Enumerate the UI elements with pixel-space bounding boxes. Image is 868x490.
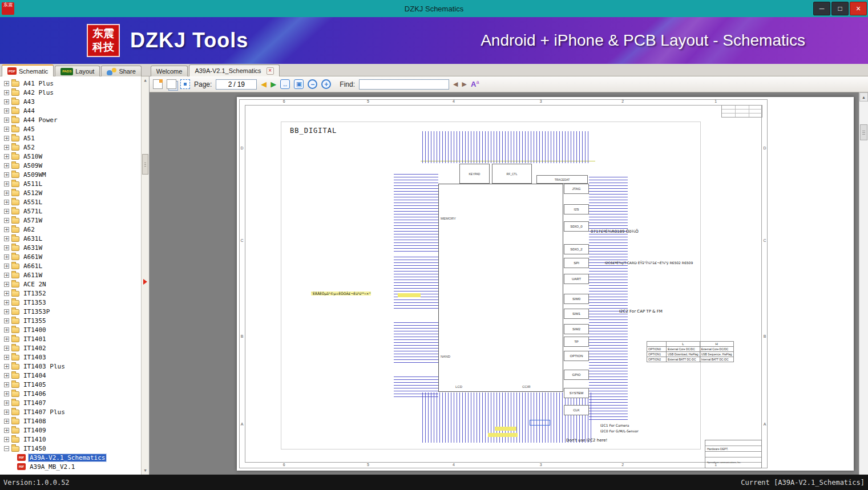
tree-folder-row[interactable]: + IT1406 [0,389,149,398]
expand-toggle-icon[interactable]: + [4,364,9,369]
tree-folder-row[interactable]: + IT1408 [0,416,149,426]
close-button[interactable]: × [850,2,867,15]
tree-folder-row[interactable]: + A42 Plus [0,88,149,97]
sidebar-scrollbar-thumb[interactable] [142,154,148,175]
expand-toggle-icon[interactable]: + [4,163,9,168]
tree-folder-row[interactable]: + A631L [0,234,149,243]
tree-folder-row[interactable]: + A509WM [0,170,149,179]
expand-toggle-icon[interactable]: + [4,309,9,314]
tree-folder-row[interactable]: + A661W [0,252,149,261]
tree-folder-row[interactable]: + IT1405 [0,380,149,389]
tree-folder-row[interactable]: + A44 [0,106,149,115]
tree-folder-row[interactable]: + A45 [0,124,149,133]
tab-layout[interactable]: PADS Layout [55,66,100,76]
font-size-icon[interactable]: Aa [471,79,479,88]
expand-toggle-icon[interactable]: + [4,391,9,396]
fit-page-button[interactable]: ▣ [294,79,304,89]
previous-page-button[interactable]: ◀ [261,80,267,88]
tree-folder-row[interactable]: + A509W [0,161,149,170]
expand-toggle-icon[interactable]: + [4,136,9,141]
expand-toggle-icon[interactable]: − [4,446,9,451]
expand-toggle-icon[interactable]: + [4,81,9,86]
tree-folder-row[interactable]: − IT1450 [0,444,149,453]
expand-toggle-icon[interactable]: + [4,181,9,187]
scroll-up-icon[interactable]: ▲ [142,76,149,84]
page-number-input[interactable]: 2 / 19 [216,79,257,90]
expand-toggle-icon[interactable]: + [4,346,9,351]
expand-toggle-icon[interactable]: + [4,218,9,223]
expand-toggle-icon[interactable]: + [4,254,9,260]
expand-toggle-icon[interactable]: + [4,437,9,442]
expand-toggle-icon[interactable]: + [4,245,9,250]
expand-toggle-icon[interactable]: + [4,236,9,241]
tree-folder-row[interactable]: + IT1353P [0,307,149,316]
tree-folder-row[interactable]: + IT1400 [0,325,149,334]
expand-toggle-icon[interactable]: + [4,373,9,378]
expand-toggle-icon[interactable]: + [4,118,9,123]
tree-folder-row[interactable]: + A43 [0,97,149,106]
expand-toggle-icon[interactable]: + [4,264,9,269]
tree-folder-row[interactable]: + A510W [0,152,149,161]
expand-toggle-icon[interactable]: + [4,200,9,205]
expand-toggle-icon[interactable]: + [4,127,9,132]
tree-folder-row[interactable]: + A62 [0,225,149,234]
expand-toggle-icon[interactable]: + [4,355,9,360]
tree-folder-row[interactable]: + A512W [0,188,149,197]
tree-folder-row[interactable]: + IT1407 Plus [0,407,149,416]
expand-toggle-icon[interactable]: + [4,410,9,415]
tree-folder-row[interactable]: + IT1404 [0,371,149,380]
expand-toggle-icon[interactable]: + [4,419,9,424]
document-viewport[interactable]: 654321 654321 DCBA DCBA BB_DIGITAL KEYPA… [150,92,868,475]
expand-toggle-icon[interactable]: + [4,209,9,214]
scroll-down-icon[interactable]: ▼ [142,467,149,475]
find-input[interactable] [359,79,449,90]
tree-folder-row[interactable]: + IT1352 [0,289,149,298]
tree-folder-row[interactable]: + IT1407 [0,398,149,407]
next-page-button[interactable]: ▶ [271,80,276,88]
sidebar-scrollbar[interactable]: ▲ ▼ [141,76,149,475]
expand-toggle-icon[interactable]: + [4,108,9,114]
tree-folder-row[interactable]: + IT1401 [0,334,149,343]
tree-folder-row[interactable]: + ACE 2N [0,280,149,289]
expand-toggle-icon[interactable]: + [4,300,9,305]
maximize-button[interactable]: □ [831,2,849,15]
document-scrollbar[interactable]: ▲ [859,92,868,475]
snapshot-icon[interactable] [180,79,190,89]
expand-toggle-icon[interactable]: + [4,227,9,232]
expand-toggle-icon[interactable]: + [4,145,9,150]
zoom-in-button[interactable]: + [321,79,331,89]
tab-document[interactable]: A39A-V2.1_Schematics × [189,64,279,76]
expand-toggle-icon[interactable]: + [4,327,9,333]
expand-toggle-icon[interactable]: + [4,337,9,342]
tree-folder-row[interactable]: + A52 [0,143,149,152]
tree-folder-row[interactable]: + IT1402 [0,343,149,353]
tree-folder-row[interactable]: + A661L [0,261,149,270]
find-next-icon[interactable]: ▶ [462,80,467,88]
fit-width-button[interactable]: ↔ [280,79,290,89]
tree-folder-row[interactable]: + A41 Plus [0,79,149,88]
tree-folder-row[interactable]: + A571W [0,216,149,225]
tree-folder-row[interactable]: + IT1409 [0,426,149,435]
expand-toggle-icon[interactable]: + [4,273,9,278]
expand-toggle-icon[interactable]: + [4,99,9,104]
tree-file-row-selected[interactable]: PDF A39A-V2.1_Schematics [0,453,149,462]
tree-folder-row[interactable]: + A511L [0,179,149,188]
minimize-button[interactable]: ─ [813,2,830,15]
tree-folder-row[interactable]: + IT1403 Plus [0,362,149,371]
expand-toggle-icon[interactable]: + [4,154,9,159]
tree-folder-row[interactable]: + A571L [0,206,149,216]
tree-folder-row[interactable]: + A551L [0,197,149,206]
document-scrollbar-thumb[interactable] [860,124,867,140]
expand-toggle-icon[interactable]: + [4,318,9,323]
expand-toggle-icon[interactable]: + [4,282,9,287]
expand-toggle-icon[interactable]: + [4,400,9,406]
tree-file-row[interactable]: PDF A39A_MB_V2.1 [0,462,149,471]
find-previous-icon[interactable]: ◀ [453,80,458,88]
expand-toggle-icon[interactable]: + [4,382,9,387]
tree-folder-row[interactable]: + A44 Power [0,115,149,124]
expand-toggle-icon[interactable]: + [4,191,9,196]
tab-welcome[interactable]: Welcome [151,66,188,76]
tab-share[interactable]: Share [101,66,141,76]
tree-folder-row[interactable]: + A611W [0,270,149,280]
tree-folder-row[interactable]: + A51 [0,133,149,143]
